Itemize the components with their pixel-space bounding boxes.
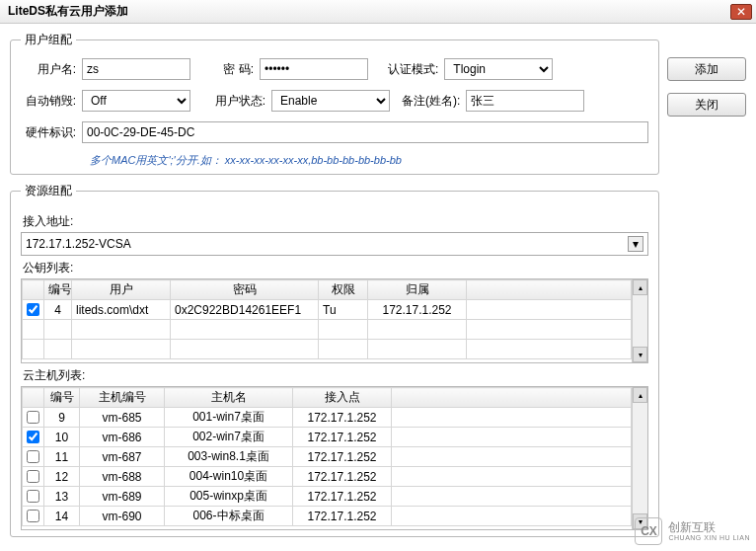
window-title: LiteDS私有云用户添加 — [8, 3, 730, 20]
userstatus-select[interactable]: Enable — [271, 90, 390, 112]
row-checkbox[interactable] — [27, 490, 39, 503]
watermark-en: CHUANG XIN HU LIAN — [668, 534, 750, 542]
row-checkbox[interactable] — [27, 303, 39, 316]
password-label: 密 码: — [214, 61, 254, 78]
row-checkbox[interactable] — [27, 510, 39, 522]
authmode-select[interactable]: Tlogin — [444, 58, 553, 80]
table-row[interactable]: 11 vm-687 003-win8.1桌面 172.17.1.252 — [23, 447, 632, 467]
watermark-logo: CX — [635, 517, 662, 545]
access-address-label: 接入地址: — [23, 213, 648, 230]
table-row[interactable]: 10 vm-686 002-win7桌面 172.17.1.252 — [23, 428, 632, 447]
scroll-down-icon[interactable]: ▾ — [633, 347, 647, 362]
title-bar: LiteDS私有云用户添加 ✕ — [0, 0, 756, 24]
password-input[interactable] — [260, 58, 368, 80]
username-input[interactable] — [82, 58, 190, 80]
scrollbar[interactable]: ▴ ▾ — [632, 387, 647, 529]
table-row[interactable]: 14 vm-690 006-中标桌面 172.17.1.252 — [23, 507, 632, 526]
autodestroy-label: 自动销毁: — [21, 93, 76, 110]
authmode-label: 认证模式: — [388, 61, 438, 78]
row-checkbox[interactable] — [27, 431, 39, 443]
pubkey-list-label: 公钥列表: — [23, 260, 648, 276]
resource-group-legend: 资源组配 — [21, 183, 76, 199]
table-row[interactable]: 13 vm-689 005-winxp桌面 172.17.1.252 — [23, 487, 632, 507]
resource-group-fieldset: 资源组配 接入地址: 172.17.1.252-VCSA ▾ 公钥列表: 编号 … — [10, 183, 659, 537]
remark-input[interactable] — [466, 90, 584, 112]
user-group-fieldset: 用户组配 用户名: 密 码: 认证模式: Tlogin 自动销毁: Off 用户… — [10, 32, 659, 175]
scroll-up-icon[interactable]: ▴ — [633, 279, 647, 295]
chevron-down-icon: ▾ — [628, 236, 643, 252]
pubkey-header-row: 编号 用户 密码 权限 归属 — [23, 280, 632, 300]
scrollbar[interactable]: ▴ ▾ — [632, 279, 647, 362]
access-address-value: 172.17.1.252-VCSA — [26, 237, 131, 251]
table-row[interactable]: 12 vm-688 004-win10桌面 172.17.1.252 — [23, 467, 632, 487]
user-group-legend: 用户组配 — [21, 32, 76, 48]
close-button[interactable]: 关闭 — [667, 93, 746, 117]
col-pwd[interactable]: 密码 — [171, 280, 319, 300]
username-label: 用户名: — [21, 61, 76, 78]
remark-label: 备注(姓名): — [402, 93, 460, 110]
userstatus-label: 用户状态: — [214, 93, 265, 110]
row-checkbox[interactable] — [27, 450, 39, 463]
col-access[interactable]: 接入点 — [293, 388, 392, 408]
col-user[interactable]: 用户 — [72, 280, 171, 300]
col-no[interactable]: 编号 — [44, 388, 80, 408]
scroll-up-icon[interactable]: ▴ — [633, 387, 647, 403]
access-address-combo[interactable]: 172.17.1.252-VCSA ▾ — [21, 232, 648, 256]
watermark: CX 创新互联 CHUANG XIN HU LIAN — [635, 517, 750, 545]
col-hostname[interactable]: 主机名 — [165, 388, 293, 408]
window-close-button[interactable]: ✕ — [730, 4, 752, 20]
close-icon: ✕ — [736, 5, 746, 19]
watermark-zh: 创新互联 — [668, 521, 750, 534]
hwid-input[interactable] — [82, 121, 648, 143]
col-hostno[interactable]: 主机编号 — [80, 388, 165, 408]
vm-list-label: 云主机列表: — [23, 367, 648, 384]
add-button[interactable]: 添加 — [667, 57, 746, 81]
table-row[interactable]: 4 liteds.com\dxt 0x2C922BD14261EEF1 Tu 1… — [23, 300, 632, 320]
col-perm[interactable]: 权限 — [319, 280, 368, 300]
hwid-label: 硬件标识: — [21, 124, 76, 141]
row-checkbox[interactable] — [27, 470, 39, 483]
autodestroy-select[interactable]: Off — [82, 90, 190, 112]
table-row — [23, 340, 632, 359]
table-row[interactable]: 9 vm-685 001-win7桌面 172.17.1.252 — [23, 408, 632, 428]
col-no[interactable]: 编号 — [44, 280, 72, 300]
table-row — [23, 320, 632, 340]
vm-header-row: 编号 主机编号 主机名 接入点 — [23, 388, 632, 408]
row-checkbox[interactable] — [27, 411, 39, 424]
pubkey-grid: 编号 用户 密码 权限 归属 4 liteds.com\dxt 0x2C922B… — [21, 278, 648, 363]
hwid-hint: 多个MAC用英文';'分开.如： xx-xx-xx-xx-xx-xx,bb-bb… — [21, 153, 648, 168]
col-belong[interactable]: 归属 — [368, 280, 467, 300]
vm-grid: 编号 主机编号 主机名 接入点 9 vm-685 001-win7桌面 172.… — [21, 386, 648, 530]
